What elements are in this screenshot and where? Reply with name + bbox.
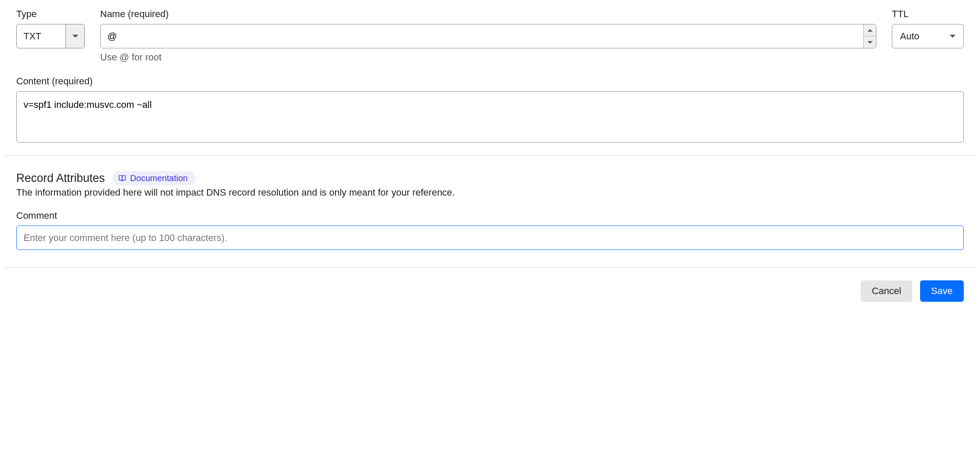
- content-label: Content (required): [16, 76, 964, 87]
- chevron-up-icon: [867, 29, 873, 32]
- chevron-down-icon: [950, 35, 956, 38]
- chevron-down-icon: [72, 35, 78, 38]
- content-field-group: Content (required): [16, 76, 964, 143]
- attributes-header: Record Attributes Documentation: [16, 171, 964, 185]
- comment-field-group: Comment: [16, 210, 964, 250]
- name-spinner-down[interactable]: [864, 36, 876, 48]
- ttl-select-value: Auto: [900, 31, 919, 42]
- cancel-button[interactable]: Cancel: [861, 280, 912, 302]
- save-button[interactable]: Save: [920, 280, 964, 302]
- record-top-row: Type TXT Name (required) Use @ for root …: [16, 9, 964, 63]
- ttl-select[interactable]: Auto: [892, 24, 964, 48]
- name-spinner-up[interactable]: [864, 24, 876, 36]
- divider: [4, 155, 976, 156]
- chevron-down-icon: [867, 41, 873, 44]
- attributes-title: Record Attributes: [16, 172, 105, 185]
- type-select-value: TXT: [17, 24, 65, 48]
- content-textarea[interactable]: [16, 91, 964, 143]
- book-icon: [119, 175, 126, 182]
- type-select[interactable]: TXT: [16, 24, 85, 48]
- ttl-label: TTL: [892, 9, 964, 20]
- attributes-description: The information provided here will not i…: [16, 187, 964, 198]
- type-select-trigger[interactable]: [65, 24, 84, 48]
- name-label: Name (required): [100, 9, 876, 20]
- name-input-wrap: [100, 24, 876, 48]
- type-field-group: Type TXT: [16, 9, 85, 63]
- documentation-label: Documentation: [130, 173, 188, 183]
- type-select-box[interactable]: TXT: [16, 24, 85, 48]
- documentation-link[interactable]: Documentation: [113, 171, 196, 185]
- ttl-field-group: TTL Auto: [892, 9, 964, 63]
- action-buttons: Cancel Save: [16, 280, 964, 302]
- name-spinner: [863, 24, 876, 48]
- comment-label: Comment: [16, 210, 964, 221]
- type-label: Type: [16, 9, 85, 20]
- name-input[interactable]: [101, 24, 863, 48]
- comment-input[interactable]: [16, 226, 964, 250]
- name-helper: Use @ for root: [100, 52, 876, 63]
- divider: [4, 267, 976, 268]
- name-field-group: Name (required) Use @ for root: [100, 9, 876, 63]
